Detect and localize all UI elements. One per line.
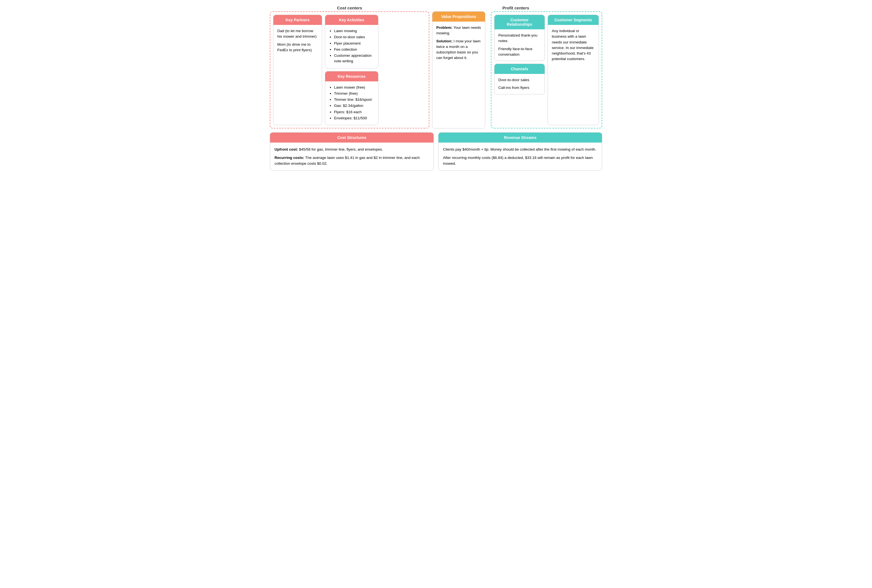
resource-item-5: Flyers: $16 each (334, 110, 374, 115)
key-partners-body: Dad (to let me borrow his mower and trim… (274, 25, 322, 125)
profit-centers-region: Customer Relationships Personalized than… (491, 11, 602, 129)
customer-segments-body: Any individual or business with a lawn n… (548, 25, 598, 125)
key-activities-body: Lawn mowing Door-to-door sales Flyer pla… (325, 25, 378, 68)
value-propositions-header: Value Propositions (432, 12, 485, 22)
activity-item-4: Fee collection (334, 47, 374, 52)
key-partners-line1: Dad (to let me borrow his mower and trim… (277, 28, 318, 40)
cost-centers-label: Cost centers (270, 6, 429, 10)
activities-resources-col: Key Activities Lawn mowing Door-to-door … (325, 15, 378, 125)
key-partners-card: Key Partners Dad (to let me borrow his m… (273, 15, 322, 125)
cost-structures-card: Cost Structures Upfront cost: $45/58 for… (270, 132, 434, 171)
key-resources-header: Key Resources (325, 71, 378, 81)
activity-item-3: Flyer placement (334, 41, 374, 46)
main-regions-row: Key Partners Dad (to let me borrow his m… (270, 11, 602, 129)
key-activities-card: Key Activities Lawn mowing Door-to-door … (325, 15, 378, 68)
customer-relationships-card: Customer Relationships Personalized than… (494, 15, 545, 61)
revenue-streams-header: Revenue Streams (439, 133, 602, 142)
activity-item-5: Customer appreciation note writing (334, 53, 374, 64)
channels-body: Door-to-door sales Call-ins from flyers (495, 74, 544, 94)
vp-solution-label: Solution: (436, 39, 453, 43)
channels-header: Channels (495, 64, 544, 74)
activity-item-2: Door-to-door sales (334, 34, 374, 40)
business-model-canvas: Cost centers Profit centers Key Partners… (270, 6, 602, 171)
key-partners-header: Key Partners (274, 15, 322, 25)
customer-relationships-header: Customer Relationships (495, 15, 544, 29)
cost-upfront-label: Upfront cost: (275, 147, 298, 152)
relationship-item-1: Personalized thank-you notes (498, 33, 541, 44)
relationship-item-2: Friendly face-to-face conversation (498, 46, 541, 58)
customer-segments-header: Customer Segments (548, 15, 598, 25)
resource-item-6: Envelopes: $11/500 (334, 116, 374, 121)
key-resources-card: Key Resources Lawn mower (free) Trimmer … (325, 71, 378, 125)
key-resources-list: Lawn mower (free) Trimmer (free) Timmer … (329, 85, 374, 121)
customer-segments-text: Any individual or business with a lawn n… (552, 28, 595, 62)
revenue-streams-card: Revenue Streams Clients pay $40/month + … (438, 132, 602, 171)
revenue-line1: Clients pay $40/month + tip. Money shoul… (443, 147, 597, 153)
vp-solution: Solution: I mow your lawn twice a month … (436, 39, 481, 61)
customer-relationships-body: Personalized thank-you notes Friendly fa… (495, 29, 544, 61)
resource-item-2: Trimmer (free) (334, 91, 374, 96)
cost-structures-body: Upfront cost: $45/58 for gas, trimmer li… (270, 142, 433, 171)
value-propositions-body: Problem: Your lawn needs mowing. Solutio… (432, 22, 485, 128)
key-activities-list: Lawn mowing Door-to-door sales Flyer pla… (329, 28, 374, 64)
customer-segments-card: Customer Segments Any individual or busi… (548, 15, 599, 125)
channels-card: Channels Door-to-door sales Call-ins fro… (494, 64, 545, 94)
resource-item-3: Timmer line: $16/spool (334, 97, 374, 102)
profit-centers-label: Profit centers (429, 6, 602, 10)
vp-problem: Problem: Your lawn needs mowing. (436, 25, 481, 36)
channel-item-1: Door-to-door sales (498, 77, 541, 83)
vp-problem-label: Problem: (436, 26, 453, 30)
activity-item-1: Lawn mowing (334, 28, 374, 34)
cost-recurring: Recurring costs: The average lawn uses $… (275, 155, 429, 166)
key-partners-line2: Mom (to drive me to FedEx to print flyer… (277, 42, 318, 53)
key-resources-body: Lawn mower (free) Trimmer (free) Timmer … (325, 81, 378, 125)
key-activities-header: Key Activities (325, 15, 378, 25)
cost-upfront: Upfront cost: $45/58 for gas, trimmer li… (275, 147, 429, 153)
section-labels: Cost centers Profit centers (270, 6, 602, 10)
channel-item-2: Call-ins from flyers (498, 85, 541, 90)
value-propositions-card: Value Propositions Problem: Your lawn ne… (432, 11, 485, 129)
relationships-channels-col: Customer Relationships Personalized than… (494, 15, 545, 125)
resource-item-4: Gas: $2.34/gallon (334, 103, 374, 108)
cost-upfront-text: $45/58 for gas, trimmer line, flyers, an… (298, 147, 383, 152)
revenue-line2: After recurring monthly costs ($6.84) a … (443, 155, 597, 166)
cost-centers-region: Key Partners Dad (to let me borrow his m… (270, 11, 429, 129)
cost-structures-header: Cost Structures (270, 133, 433, 142)
value-propositions-col: Value Propositions Problem: Your lawn ne… (432, 11, 485, 129)
cost-recurring-label: Recurring costs: (275, 156, 304, 160)
revenue-streams-body: Clients pay $40/month + tip. Money shoul… (439, 142, 602, 171)
bottom-row: Cost Structures Upfront cost: $45/58 for… (270, 132, 602, 171)
resource-item-1: Lawn mower (free) (334, 85, 374, 90)
